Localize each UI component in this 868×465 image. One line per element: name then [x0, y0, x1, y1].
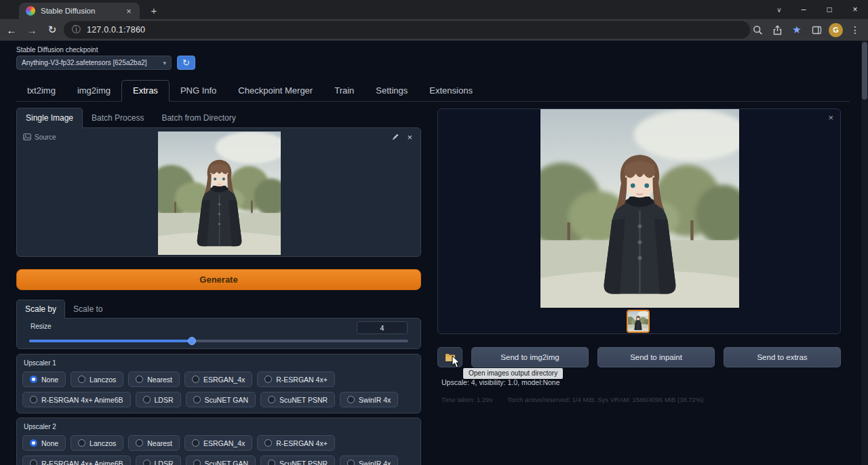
- window-close-button[interactable]: ×: [842, 0, 868, 19]
- radio-icon: [193, 396, 201, 403]
- tab-settings[interactable]: Settings: [365, 81, 418, 101]
- source-label: Source: [35, 134, 56, 141]
- checkpoint-dropdown[interactable]: Anything-V3-fp32.safetensors [625a2ba2] …: [16, 56, 172, 70]
- subtab-batch-process[interactable]: Batch Process: [83, 108, 153, 128]
- upscaler2-option-lanczos[interactable]: Lanczos: [71, 435, 123, 451]
- radio-icon: [347, 396, 355, 403]
- slider-handle[interactable]: [188, 337, 196, 345]
- radio-icon: [347, 460, 355, 465]
- tab-title: Stable Diffusion: [41, 7, 123, 15]
- zoom-icon[interactable]: [750, 22, 765, 37]
- checkpoint-refresh-button[interactable]: ↻: [177, 56, 195, 70]
- upscaler1-option-lanczos[interactable]: Lanczos: [71, 371, 123, 387]
- upscaler1-option-esrgan-4x[interactable]: ESRGAN_4x: [184, 371, 252, 387]
- scrollbar-thumb[interactable]: [862, 42, 867, 100]
- maximize-button[interactable]: □: [816, 0, 842, 19]
- tab-search-chevron-icon[interactable]: ∨: [768, 0, 791, 19]
- source-badge: Source: [23, 133, 56, 141]
- minimize-button[interactable]: –: [791, 0, 816, 19]
- side-panel-icon[interactable]: [809, 22, 824, 37]
- upscaler1-option-nearest[interactable]: Nearest: [128, 371, 180, 387]
- generate-button[interactable]: Generate: [16, 269, 421, 290]
- radio-icon: [268, 460, 275, 465]
- radio-icon: [264, 376, 272, 383]
- send-to-extras-button[interactable]: Send to extras: [724, 347, 841, 367]
- upscaler2-option-r-esrgan-4x[interactable]: R-ESRGAN 4x+: [257, 435, 335, 451]
- upscaler1-option-ldsr[interactable]: LDSR: [136, 392, 181, 407]
- tab-txt2img[interactable]: txt2img: [16, 81, 66, 101]
- source-image: [158, 132, 281, 255]
- site-info-icon[interactable]: ⓘ: [72, 24, 81, 36]
- extras-output-column: × Send to img2img Send to inpaint Send t…: [437, 108, 841, 403]
- scale-tab-bar: Scale by Scale to: [16, 300, 421, 319]
- result-info-text: Upscale: 4, visibility: 1.0, model:None: [437, 378, 841, 386]
- browser-tab[interactable]: Stable Diffusion ×: [19, 3, 140, 19]
- upscaler2-option-scunet-psnr[interactable]: ScuNET PSNR: [260, 456, 335, 465]
- subtab-single-image[interactable]: Single Image: [16, 108, 83, 128]
- send-to-inpaint-button[interactable]: Send to inpaint: [597, 347, 715, 367]
- vram-info-text: Torch active/reserved: 1/4 MiB, Sys VRAM…: [507, 396, 703, 403]
- resize-slider[interactable]: [29, 337, 408, 345]
- radio-icon: [78, 376, 85, 383]
- new-tab-button[interactable]: +: [146, 4, 161, 18]
- edit-pencil-button[interactable]: [391, 133, 399, 142]
- radio-icon: [193, 460, 201, 465]
- radio-icon: [143, 460, 151, 465]
- radio-icon: [264, 439, 272, 447]
- address-bar[interactable]: ⓘ 127.0.0.1:7860: [64, 21, 750, 39]
- share-icon[interactable]: [770, 22, 785, 37]
- upscaler2-option-nearest[interactable]: Nearest: [128, 435, 180, 451]
- tab-extras[interactable]: Extras: [121, 80, 170, 102]
- output-actions: Send to img2img Send to inpaint Send to …: [437, 347, 841, 367]
- upscaler2-option-esrgan-4x[interactable]: ESRGAN_4x: [184, 435, 252, 451]
- subtab-batch-from-directory[interactable]: Batch from Directory: [153, 108, 244, 128]
- menu-kebab-icon[interactable]: ⋮: [848, 22, 863, 37]
- resize-value-input[interactable]: 4: [357, 321, 408, 334]
- source-image-dropzone[interactable]: Source ×: [16, 127, 421, 257]
- upscaler1-option-scunet-gan[interactable]: ScuNET GAN: [186, 392, 256, 407]
- time-taken-text: Time taken: 1.29s: [441, 396, 492, 403]
- upscaler1-option-r-esrgan-anime6b[interactable]: R-ESRGAN 4x+ Anime6B: [22, 392, 131, 407]
- tab-close-icon[interactable]: ×: [123, 6, 134, 16]
- upscaler-2-group: Upscaler 2 None Lanczos Nearest ESRGAN_4…: [16, 418, 421, 465]
- tab-img2img[interactable]: img2img: [66, 81, 121, 101]
- tab-extensions[interactable]: Extensions: [418, 81, 484, 101]
- stable-diffusion-webui: Stable Diffusion checkpoint Anything-V3-…: [0, 41, 868, 465]
- radio-icon: [268, 396, 275, 403]
- extras-input-column: Single Image Batch Process Batch from Di…: [16, 107, 421, 465]
- upscaler2-option-scunet-gan[interactable]: ScuNET GAN: [186, 456, 256, 465]
- radio-icon: [192, 376, 199, 383]
- tab-scale-by[interactable]: Scale by: [16, 300, 65, 319]
- tab-scale-to[interactable]: Scale to: [65, 300, 111, 319]
- upscaler1-option-swinir-4x[interactable]: SwinIR 4x: [340, 392, 398, 407]
- result-image[interactable]: [540, 109, 739, 308]
- gallery-close-button[interactable]: ×: [828, 113, 833, 122]
- upscaler2-option-r-esrgan-anime6b[interactable]: R-ESRGAN 4x+ Anime6B: [22, 456, 131, 465]
- upscaler2-option-ldsr[interactable]: LDSR: [136, 456, 181, 465]
- tab-png-info[interactable]: PNG Info: [170, 81, 227, 101]
- bookmark-star-icon[interactable]: ★: [789, 22, 804, 37]
- upscaler1-option-scunet-psnr[interactable]: ScuNET PSNR: [260, 392, 335, 407]
- clear-image-button[interactable]: ×: [407, 133, 412, 142]
- radio-selected-icon: [30, 376, 37, 383]
- upscaler2-option-swinir-4x[interactable]: SwinIR 4x: [340, 456, 398, 465]
- upscaler2-option-none[interactable]: None: [22, 435, 66, 451]
- tab-train[interactable]: Train: [323, 81, 365, 101]
- tab-favicon-icon: [26, 6, 35, 16]
- upscaler-1-label: Upscaler 1: [24, 359, 415, 367]
- radio-icon: [143, 396, 151, 403]
- upscaler1-option-r-esrgan-4x[interactable]: R-ESRGAN 4x+: [257, 371, 335, 387]
- upscaler-2-label: Upscaler 2: [24, 423, 415, 430]
- checkpoint-label: Stable Diffusion checkpoint: [16, 46, 195, 54]
- upscaler1-option-none[interactable]: None: [22, 371, 66, 387]
- send-to-img2img-button[interactable]: Send to img2img: [471, 347, 589, 367]
- back-button[interactable]: ←: [3, 21, 20, 39]
- main-tab-bar: txt2img img2img Extras PNG Info Checkpoi…: [16, 80, 850, 102]
- reload-button[interactable]: ↻: [43, 21, 61, 39]
- upscaler-1-group: Upscaler 1 None Lanczos Nearest ESRGAN_4…: [16, 354, 421, 413]
- forward-button[interactable]: →: [23, 21, 41, 39]
- tab-checkpoint-merger[interactable]: Checkpoint Merger: [227, 81, 323, 101]
- page-scrollbar[interactable]: [861, 41, 868, 465]
- profile-avatar[interactable]: G: [829, 23, 843, 37]
- result-thumbnail-selected[interactable]: [627, 310, 650, 333]
